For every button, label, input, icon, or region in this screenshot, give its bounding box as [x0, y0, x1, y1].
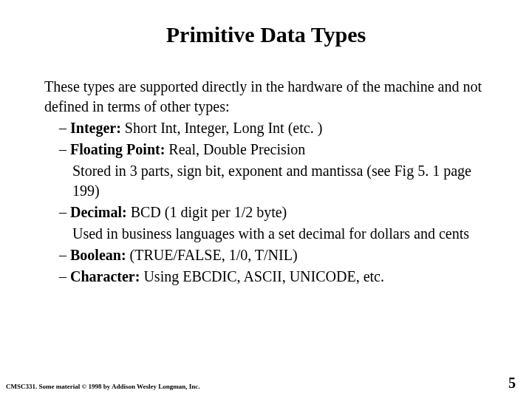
bullet-float: – Floating Point: Real, Double Precision — [44, 140, 495, 160]
bullet-dash: – — [59, 247, 70, 263]
bullet-dash: – — [59, 141, 70, 157]
bullet-text-decimal: BCD (1 digit per 1/2 byte) — [127, 204, 287, 220]
bullet-dash: – — [59, 268, 70, 284]
bullet-dash: – — [59, 204, 70, 220]
bullet-character: – Character: Using EBCDIC, ASCII, UNICOD… — [44, 267, 495, 287]
bullet-text-float: Real, Double Precision — [165, 141, 305, 157]
bullet-label-integer: Integer: — [70, 120, 121, 136]
bullet-label-boolean: Boolean: — [70, 247, 126, 263]
bullet-label-float: Floating Point: — [70, 141, 165, 157]
bullet-boolean: – Boolean: (TRUE/FALSE, 1/0, T/NIL) — [44, 245, 495, 265]
slide-title: Primitive Data Types — [30, 22, 502, 47]
slide: Primitive Data Types These types are sup… — [0, 0, 532, 399]
bullet-text-boolean: (TRUE/FALSE, 1/0, T/NIL) — [126, 247, 298, 263]
intro-text: These types are supported directly in th… — [44, 77, 495, 117]
bullet-integer: – Integer: Short Int, Integer, Long Int … — [44, 118, 495, 138]
slide-body: These types are supported directly in th… — [30, 77, 502, 287]
bullet-decimal: – Decimal: BCD (1 digit per 1/2 byte) — [44, 202, 495, 222]
bullet-text-integer: Short Int, Integer, Long Int (etc. ) — [121, 120, 322, 136]
bullet-label-character: Character: — [70, 268, 140, 284]
bullet-text-character: Using EBCDIC, ASCII, UNICODE, etc. — [140, 268, 384, 284]
bullet-float-sub: Stored in 3 parts, sign bit, exponent an… — [44, 161, 495, 201]
bullet-label-decimal: Decimal: — [70, 204, 127, 220]
bullet-decimal-sub: Used in business languages with a set de… — [44, 224, 495, 244]
bullet-dash: – — [59, 120, 70, 136]
page-number: 5 — [508, 375, 516, 392]
footer-text: CMSC331. Some material © 1998 by Addison… — [6, 383, 200, 390]
